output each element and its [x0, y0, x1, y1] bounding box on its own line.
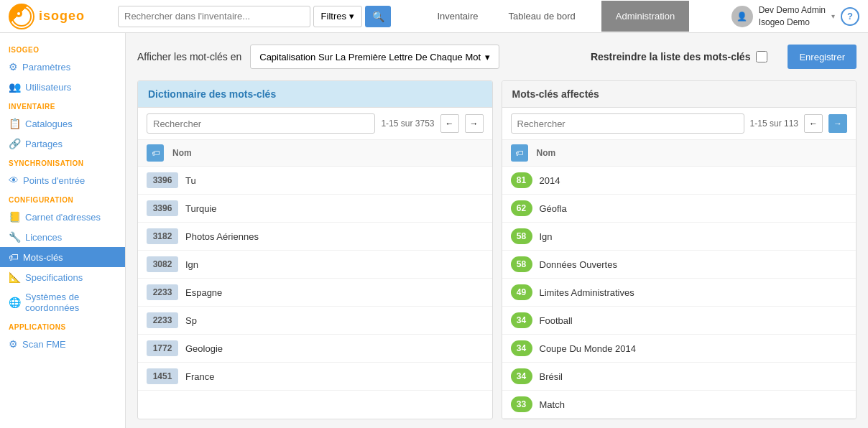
search-input[interactable] [118, 6, 310, 27]
affected-panel-header: Mots-clés affectés [502, 81, 857, 108]
search-area: Filtres ▾ 🔍 [118, 6, 391, 27]
sidebar-item-utilisateurs[interactable]: 👥 Utilisateurs [0, 77, 125, 97]
sidebar-item-licences[interactable]: 🔧 Licences [0, 227, 125, 247]
sidebar-section-isogeo: ISOGEO [0, 40, 125, 57]
sidebar-item-carnet-adresses[interactable]: 📒 Carnet d'adresses [0, 207, 125, 227]
nav-administration[interactable]: Administration [601, 1, 689, 32]
nav-links: Inventaire Tableau de bord Administratio… [400, 1, 723, 32]
svg-point-2 [17, 12, 20, 15]
affected-rows: 81 2014 62 Géofla 58 Ign 58 Données Ouve… [502, 167, 857, 419]
gear-icon: ⚙ [9, 61, 18, 73]
dict-tag-icon: 🏷 [147, 144, 164, 162]
row-name: Coupe Du Monde 2014 [540, 343, 848, 354]
dict-table-header: 🏷 Nom [138, 140, 492, 167]
table-row[interactable]: 3182 Photos Aériennes [138, 223, 492, 251]
table-row[interactable]: 3082 Ign [138, 251, 492, 279]
restrict-checkbox[interactable] [756, 51, 767, 62]
capitalization-dropdown[interactable]: Capitalisation Sur La Première Lettre De… [250, 45, 499, 69]
users-icon: 👥 [9, 81, 21, 93]
count-badge: 2233 [147, 312, 178, 328]
table-row[interactable]: 81 2014 [502, 167, 857, 195]
count-badge: 33 [511, 396, 532, 412]
affected-page-next-button[interactable]: → [828, 114, 847, 133]
save-button[interactable]: Enregistrer [788, 45, 857, 69]
spec-icon: 📐 [9, 271, 21, 283]
dict-pagination: 1-15 sur 3753 [381, 118, 434, 129]
sidebar-section-inventaire: INVENTAIRE [0, 97, 125, 113]
table-row[interactable]: 3396 Tu [138, 167, 492, 195]
affected-name-col: Nom [537, 148, 848, 158]
table-row[interactable]: 58 Données Ouvertes [502, 251, 857, 279]
dict-panel-header: Dictionnaire des mots-clés [138, 81, 492, 108]
restrict-label: Restreindre la liste des mots-clés [591, 51, 751, 62]
sidebar-item-partages[interactable]: 🔗 Partages [0, 134, 125, 154]
row-name: Géofla [540, 203, 848, 214]
table-row[interactable]: 34 Football [502, 307, 857, 335]
row-name: Sp [185, 315, 484, 326]
count-badge: 34 [511, 312, 532, 328]
sidebar: ISOGEO ⚙ Paramètres 👥 Utilisateurs INVEN… [0, 33, 126, 428]
row-name: France [185, 371, 484, 382]
dict-rows: 3396 Tu 3396 Turquie 3182 Photos Aérienn… [138, 167, 492, 391]
table-row[interactable]: 2233 Sp [138, 307, 492, 335]
sidebar-item-scan-fme[interactable]: ⚙ Scan FME [0, 334, 125, 354]
dict-panel-toolbar: 1-15 sur 3753 ← → [138, 108, 492, 140]
count-badge: 49 [511, 284, 532, 300]
main-content: Afficher les mot-clés en Capitalisation … [126, 33, 868, 428]
sidebar-section-synchronisation: SYNCHRONISATION [0, 154, 125, 170]
logo-text: isogeo [39, 9, 85, 24]
count-badge: 58 [511, 256, 532, 272]
logo-icon [9, 4, 34, 29]
nav-inventaire[interactable]: Inventaire [433, 1, 482, 32]
dict-page-prev-button[interactable]: ← [440, 114, 459, 133]
panels: Dictionnaire des mots-clés 1-15 sur 3753… [137, 80, 857, 419]
row-name: Match [540, 399, 848, 410]
row-name: Données Ouvertes [540, 259, 848, 270]
row-name: Brésil [540, 371, 848, 382]
nav-tableau-de-bord[interactable]: Tableau de bord [504, 1, 580, 32]
sidebar-item-systemes-coordonnees[interactable]: 🌐 Systèmes de coordonnées [0, 287, 125, 317]
count-badge: 3182 [147, 228, 178, 244]
count-badge: 62 [511, 200, 532, 216]
tag-icon: 🏷 [9, 251, 19, 263]
sidebar-item-specifications[interactable]: 📐 Specifications [0, 267, 125, 287]
table-row[interactable]: 49 Limites Administratives [502, 279, 857, 307]
table-row[interactable]: 1772 Geologie [138, 335, 492, 363]
affected-table-header: 🏷 Nom [502, 140, 857, 167]
count-badge: 81 [511, 172, 532, 188]
licence-icon: 🔧 [9, 231, 21, 243]
search-button[interactable]: 🔍 [365, 6, 391, 27]
table-row[interactable]: 2233 Espagne [138, 279, 492, 307]
table-row[interactable]: 33 Match [502, 391, 857, 419]
dict-search-input[interactable] [147, 113, 375, 134]
filter-button[interactable]: Filtres ▾ [313, 6, 362, 27]
sidebar-item-parametres[interactable]: ⚙ Paramètres [0, 57, 125, 77]
table-row[interactable]: 58 Ign [502, 223, 857, 251]
count-badge: 58 [511, 228, 532, 244]
globe-icon: 🌐 [9, 297, 21, 308]
svg-point-0 [12, 7, 31, 26]
help-button[interactable]: ? [841, 7, 859, 26]
eye-icon: 👁 [9, 175, 19, 186]
table-row[interactable]: 3396 Turquie [138, 195, 492, 223]
affected-search-input[interactable] [511, 113, 744, 134]
count-badge: 3396 [147, 200, 178, 216]
avatar: 👤 [731, 6, 753, 27]
affected-page-prev-button[interactable]: ← [804, 114, 823, 133]
table-row[interactable]: 34 Brésil [502, 363, 857, 391]
row-name: Geologie [185, 343, 484, 354]
count-badge: 34 [511, 368, 532, 384]
address-book-icon: 📒 [9, 211, 21, 223]
dict-page-next-button[interactable]: → [465, 114, 484, 133]
sidebar-item-catalogues[interactable]: 📋 Catalogues [0, 113, 125, 134]
sidebar-item-mots-cles[interactable]: 🏷 Mots-clés [0, 247, 125, 267]
search-icon: 🔍 [372, 11, 384, 22]
row-name: Football [540, 315, 848, 326]
table-row[interactable]: 34 Coupe Du Monde 2014 [502, 335, 857, 363]
count-badge: 34 [511, 340, 532, 356]
table-row[interactable]: 1451 France [138, 363, 492, 391]
count-badge: 1772 [147, 340, 178, 356]
user-chevron-icon[interactable]: ▾ [831, 12, 835, 20]
table-row[interactable]: 62 Géofla [502, 195, 857, 223]
sidebar-item-points-entree[interactable]: 👁 Points d'entrée [0, 170, 125, 190]
